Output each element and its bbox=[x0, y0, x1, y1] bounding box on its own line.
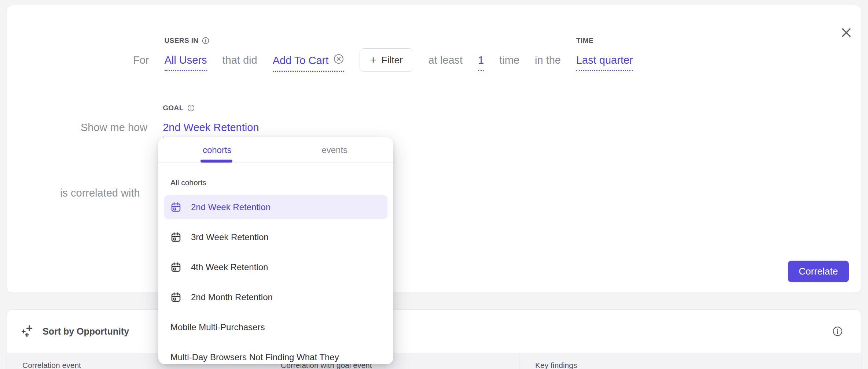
calendar-icon bbox=[170, 232, 181, 243]
that-did-word: that did bbox=[222, 53, 257, 67]
sort-by-opportunity-label: Sort by Opportunity bbox=[43, 326, 129, 337]
event-name[interactable]: Add To Cart bbox=[273, 54, 329, 67]
info-icon bbox=[187, 104, 195, 112]
is-correlated-with-word: is correlated with bbox=[60, 186, 140, 200]
calendar-icon bbox=[170, 202, 181, 213]
cohort-label: 3rd Week Retention bbox=[191, 232, 269, 242]
list-item-cohort[interactable]: 3rd Week Retention bbox=[164, 225, 387, 249]
results-table-header: Correlation event Correlation with goal … bbox=[7, 353, 861, 369]
cohort-section-label: All cohorts bbox=[170, 178, 393, 187]
at-least-word: at least bbox=[429, 53, 463, 67]
query-row-correlated: is correlated with bbox=[60, 186, 140, 200]
results-card: Sort by Opportunity Correlation event Co… bbox=[7, 309, 861, 369]
event-term: Add To Cart bbox=[273, 53, 345, 72]
sort-by-opportunity-control[interactable]: Sort by Opportunity bbox=[21, 310, 129, 353]
remove-event-icon[interactable] bbox=[333, 53, 344, 67]
column-header-key-findings[interactable]: Key findings bbox=[535, 361, 577, 369]
active-tab-indicator bbox=[201, 160, 232, 163]
list-item-cohort[interactable]: 2nd Month Retention bbox=[164, 285, 387, 309]
cohort-label: 2nd Month Retention bbox=[191, 292, 273, 302]
info-icon bbox=[202, 37, 210, 45]
add-filter-button[interactable]: + Filter bbox=[360, 48, 413, 72]
time-range-dropdown[interactable]: Last quarter bbox=[576, 53, 633, 71]
goal-term: GOAL 2nd Week Retention bbox=[163, 121, 259, 138]
results-info-icon[interactable] bbox=[832, 326, 843, 337]
list-item-cohort[interactable]: Mobile Multi-Purchasers bbox=[164, 315, 387, 339]
goal-picker-dropdown: cohorts events All cohorts 2nd Week Rete… bbox=[158, 137, 393, 364]
query-row-users: For USERS IN All Users that did Add To C… bbox=[133, 53, 633, 72]
tab-events[interactable]: events bbox=[276, 137, 394, 163]
for-word: For bbox=[133, 53, 149, 67]
cohort-label: Mobile Multi-Purchasers bbox=[170, 322, 265, 332]
cohort-label: 2nd Week Retention bbox=[191, 202, 271, 212]
users-dropdown[interactable]: All Users bbox=[165, 53, 207, 71]
dropdown-tab-bar: cohorts events bbox=[158, 137, 393, 163]
goal-dropdown[interactable]: 2nd Week Retention bbox=[163, 121, 259, 138]
cohort-label: 4th Week Retention bbox=[191, 262, 268, 272]
time-label: TIME bbox=[576, 37, 593, 45]
count-term: 1 bbox=[478, 53, 484, 71]
goal-label: GOAL bbox=[163, 104, 195, 112]
list-item-cohort[interactable]: 4th Week Retention bbox=[164, 255, 387, 279]
list-item-cohort[interactable]: 2nd Week Retention bbox=[164, 195, 387, 219]
users-in-label: USERS IN bbox=[165, 37, 210, 45]
users-in-term: USERS IN All Users bbox=[165, 53, 207, 71]
correlation-builder-card: For USERS IN All Users that did Add To C… bbox=[7, 5, 861, 293]
count-input[interactable]: 1 bbox=[478, 53, 484, 71]
filter-button-label: Filter bbox=[382, 55, 403, 66]
tab-cohorts[interactable]: cohorts bbox=[158, 137, 276, 163]
correlate-button[interactable]: Correlate bbox=[788, 261, 849, 282]
plus-icon: + bbox=[370, 55, 376, 66]
column-header-correlation-event[interactable]: Correlation event bbox=[22, 361, 81, 369]
in-the-word: in the bbox=[535, 53, 561, 67]
list-item-cohort[interactable]: Multi-Day Browsers Not Finding What They bbox=[164, 345, 387, 364]
results-topbar: Sort by Opportunity bbox=[7, 310, 861, 353]
event-dropdown[interactable]: Add To Cart bbox=[273, 53, 345, 72]
cohort-label: Multi-Day Browsers Not Finding What They bbox=[170, 352, 339, 362]
show-me-how-word: Show me how bbox=[81, 121, 147, 134]
time-word: time bbox=[499, 53, 519, 67]
column-divider bbox=[519, 353, 519, 369]
time-range-term: TIME Last quarter bbox=[576, 53, 633, 71]
sort-opportunity-icon bbox=[21, 324, 35, 339]
calendar-icon bbox=[170, 262, 181, 273]
close-icon[interactable] bbox=[840, 26, 853, 39]
calendar-icon bbox=[170, 292, 181, 303]
query-row-goal: Show me how GOAL 2nd Week Retention bbox=[81, 121, 259, 138]
cohort-list: 2nd Week Retention 3rd Week Retention 4t… bbox=[158, 195, 393, 364]
